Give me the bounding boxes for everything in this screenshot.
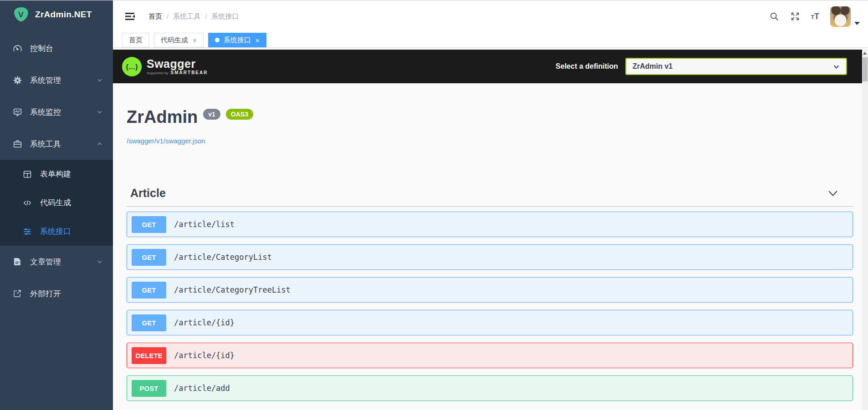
oas-badge: OAS3 [226,109,253,120]
opblock-delete-article-id[interactable]: DELETE /article/{id} [127,343,853,368]
sidebar-item-label: 系统监控 [30,107,61,117]
sidebar-item-api-docs[interactable]: 系统接口 [0,217,113,246]
sidebar-item-external[interactable]: 外部打开 [0,278,113,309]
sidebar-item-tools[interactable]: 系统工具 [0,128,113,160]
sidebar-item-system[interactable]: 系统管理 [0,64,113,96]
opblock-get-article-categorytreelist[interactable]: GET /article/CategoryTreeList [127,277,853,303]
sidebar-menu: 控制台 系统管理 [0,29,113,309]
definition-select[interactable]: ZrAdmin v1 [625,58,847,75]
method-badge[interactable]: POST [132,380,166,397]
opblock-get-article-id[interactable]: GET /article/{id} [127,310,853,335]
tab-label: 系统接口 [224,36,251,45]
tag-header[interactable]: Article [127,187,853,207]
breadcrumb-separator: / [205,13,207,20]
user-menu[interactable] [830,6,860,27]
sidebar-collapse-icon[interactable] [124,10,136,22]
breadcrumb-home[interactable]: 首页 [148,12,162,21]
definition-select-group: Select a definition ZrAdmin v1 [556,58,847,75]
scrollbar-thumb[interactable] [863,57,868,81]
opblock-get-article-list[interactable]: GET /article/list [127,212,853,237]
monitor-icon [13,107,22,117]
version-badge: v1 [203,109,220,120]
method-badge[interactable]: GET [132,216,166,233]
method-badge[interactable]: GET [132,282,166,299]
operation-path[interactable]: /article/list [174,220,235,229]
scrollbar-up-arrow[interactable] [863,52,867,55]
chevron-up-icon [97,141,103,147]
supported-by-label: Supported by [147,71,168,75]
table-icon [23,169,32,179]
chevron-down-icon [833,63,840,70]
breadcrumb-level2: 系统接口 [211,12,239,21]
opblock-post-article-add[interactable]: POST /article/add [127,375,853,401]
api-info: ZrAdmin v1 OAS3 /swagger/v1/swagger.json [113,83,862,145]
fullscreen-icon[interactable] [790,11,800,21]
tab-code-gen[interactable]: 代码生成 × [154,33,204,47]
font-size-icon[interactable]: TT [811,12,819,20]
method-badge[interactable]: DELETE [132,347,166,364]
sidebar-item-label: 控制台 [30,43,53,54]
sidebar-submenu-tools: 表单构建 代码生成 [0,160,113,246]
tag-section-article: Article GET /article/list GET /article/C… [127,187,853,401]
opblock-get-article-categorylist[interactable]: GET /article/CategoryList [127,244,853,270]
close-icon[interactable]: × [193,36,197,44]
caret-down-icon [854,22,860,25]
sidebar-item-monitor[interactable]: 系统监控 [0,96,113,128]
close-icon[interactable]: × [255,36,260,44]
tab-home[interactable]: 首页 [122,33,149,47]
swagger-ui-panel: {…} Swagger Supported by SMARTBEAR Selec… [113,50,862,410]
sliders-icon [23,227,32,236]
spec-url-link[interactable]: /swagger/v1/swagger.json [127,137,205,145]
search-icon[interactable] [769,11,779,21]
swagger-topbar: {…} Swagger Supported by SMARTBEAR Selec… [113,50,862,83]
external-link-icon [13,289,22,299]
app-title: ZrAdmin.NET [35,10,92,20]
breadcrumb-level1: 系统工具 [173,12,200,21]
sidebar-item-dashboard[interactable]: 控制台 [0,32,113,64]
operation-path[interactable]: /article/CategoryList [174,253,272,262]
tab-api-docs[interactable]: 系统接口 × [208,33,266,47]
sidebar-item-form-builder[interactable]: 表单构建 [0,160,113,188]
app-logo[interactable]: V ZrAdmin.NET [0,0,113,29]
chevron-down-icon [97,258,103,265]
document-icon [13,257,22,267]
tab-label: 首页 [129,36,143,45]
chevron-down-icon [97,109,103,115]
operation-path[interactable]: /article/{id} [174,318,235,327]
sidebar: V ZrAdmin.NET 控制台 [0,0,113,410]
sidebar-item-label: 系统管理 [30,75,61,86]
sidebar-item-label: 外部打开 [30,289,61,299]
method-badge[interactable]: GET [132,314,166,331]
method-badge[interactable]: GET [132,249,166,266]
sidebar-item-label: 系统接口 [40,226,71,237]
dashboard-icon [13,44,22,53]
operation-path[interactable]: /article/{id} [174,351,235,360]
main-area: 首页 / 系统工具 / 系统接口 TT [113,0,868,410]
sidebar-item-label: 代码生成 [40,197,71,208]
chevron-down-icon [97,77,103,83]
sidebar-item-label: 文章管理 [30,257,61,267]
breadcrumb-separator: / [167,13,168,20]
navbar-actions: TT [769,6,860,27]
chevron-down-icon[interactable] [827,190,838,197]
swagger-logo-text: Swagger [147,58,208,70]
tags-view-bar: 首页 代码生成 × 系统接口 × [113,32,868,48]
vertical-scrollbar[interactable] [862,50,868,410]
operation-list: GET /article/list GET /article/CategoryL… [127,212,853,401]
code-icon [23,198,32,208]
operation-path[interactable]: /article/CategoryTreeList [174,285,291,294]
top-navbar: 首页 / 系统工具 / 系统接口 TT [113,0,868,32]
breadcrumb: 首页 / 系统工具 / 系统接口 [148,12,239,21]
app-logo-icon: V [13,6,29,23]
sidebar-item-code-gen[interactable]: 代码生成 [0,188,113,217]
sidebar-item-label: 表单构建 [40,169,71,179]
definition-selected-value: ZrAdmin v1 [633,62,673,71]
operation-path[interactable]: /article/add [174,384,230,393]
user-avatar[interactable] [830,6,851,27]
definition-select-label: Select a definition [556,62,618,71]
svg-text:V: V [18,10,24,19]
active-dot [215,38,220,42]
swagger-logo-icon: {…} [122,57,142,76]
sidebar-item-label: 系统工具 [30,139,61,149]
sidebar-item-articles[interactable]: 文章管理 [0,246,113,278]
